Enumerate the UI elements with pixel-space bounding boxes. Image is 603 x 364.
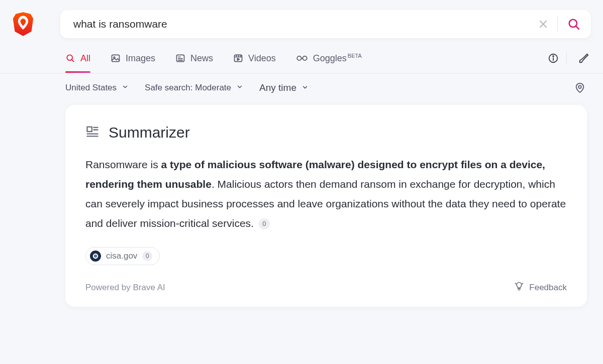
tab-label: Images: [126, 53, 155, 64]
image-icon: [111, 53, 121, 63]
source-badge: 0: [142, 251, 152, 261]
tab-videos[interactable]: Videos: [233, 53, 276, 73]
summarizer-card: Summarizer Ransomware is a type of malic…: [65, 105, 587, 307]
chevron-down-icon: [301, 82, 309, 93]
info-icon[interactable]: [546, 56, 560, 70]
tab-all[interactable]: All: [65, 53, 90, 73]
reference-badge[interactable]: 0: [259, 218, 270, 229]
tab-news[interactable]: News: [175, 53, 213, 73]
svg-point-18: [297, 56, 301, 60]
search-icon[interactable]: [562, 14, 586, 34]
tab-label: Videos: [248, 53, 276, 64]
search-icon: [65, 53, 75, 63]
brave-logo[interactable]: [12, 11, 34, 37]
divider: [557, 16, 558, 32]
compose-icon[interactable]: [577, 56, 591, 70]
filter-label: United States: [65, 83, 117, 93]
svg-marker-17: [237, 58, 239, 60]
summarizer-text: Ransomware is a type of malicious softwa…: [85, 155, 567, 233]
source-chip[interactable]: cisa.gov 0: [85, 247, 160, 265]
chevron-down-icon: [236, 83, 243, 93]
feedback-label: Feedback: [529, 283, 567, 293]
filter-label: Safe search: Moderate: [145, 83, 231, 93]
clear-icon[interactable]: [533, 14, 553, 34]
svg-line-32: [516, 284, 517, 285]
chevron-down-icon: [122, 83, 129, 93]
svg-rect-6: [112, 55, 120, 61]
svg-line-3: [576, 26, 579, 29]
safesearch-filter[interactable]: Safe search: Moderate: [145, 83, 243, 93]
source-favicon: [90, 251, 101, 262]
lightbulb-icon: [514, 281, 524, 294]
tab-label: News: [190, 53, 213, 64]
goggles-icon: [296, 53, 308, 63]
summarizer-icon: [85, 125, 99, 141]
filter-label: Any time: [259, 82, 296, 93]
powered-by-label: Powered by Brave AI: [85, 283, 165, 293]
feedback-button[interactable]: Feedback: [514, 281, 567, 294]
region-filter[interactable]: United States: [65, 83, 129, 93]
svg-point-24: [578, 85, 581, 88]
tab-images[interactable]: Images: [111, 53, 155, 73]
tab-label: All: [80, 53, 90, 64]
divider: [566, 52, 567, 64]
search-bar: [60, 10, 591, 38]
tab-label: GogglesBETA: [313, 53, 362, 64]
svg-line-5: [72, 60, 74, 62]
news-icon: [175, 53, 185, 63]
svg-point-23: [553, 56, 554, 57]
summarizer-title: Summarizer: [109, 124, 190, 141]
tab-goggles[interactable]: GogglesBETA: [296, 53, 362, 73]
svg-rect-25: [87, 127, 92, 132]
source-label: cisa.gov: [106, 251, 137, 261]
svg-point-19: [303, 56, 307, 60]
location-pin-icon[interactable]: [573, 81, 587, 95]
svg-line-33: [522, 284, 523, 285]
search-input[interactable]: [73, 18, 533, 30]
video-icon: [233, 53, 243, 63]
time-filter[interactable]: Any time: [259, 82, 309, 93]
